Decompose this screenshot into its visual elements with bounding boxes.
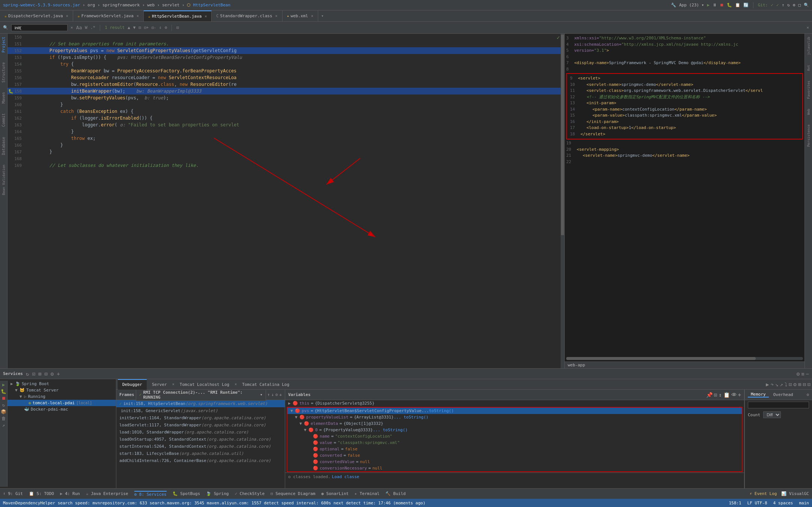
var-element-data[interactable]: ▼ 🔴 elementData = {Object[1]@3332} bbox=[287, 420, 742, 427]
service-undeploy-icon[interactable]: 🗑 bbox=[2, 416, 6, 421]
var-converted-value[interactable]: 🔴 convertedValue = null bbox=[287, 459, 742, 465]
load-classes-link[interactable]: Load classe bbox=[332, 474, 359, 479]
sidebar-right-favorites[interactable]: Favorites bbox=[807, 79, 810, 100]
var-expand-icon[interactable]: ⊡ bbox=[714, 392, 717, 398]
tree-tomcat-server[interactable]: ▼ 🐱 Tomcat Server bbox=[8, 387, 116, 393]
toolbar-run[interactable]: ▶ 4: Run bbox=[60, 491, 80, 496]
tab-close-http[interactable]: × bbox=[205, 14, 207, 18]
debug-settings-icon[interactable]: ⚙ bbox=[793, 381, 796, 387]
tab-close-tomcat-log[interactable]: × bbox=[235, 382, 237, 386]
var-0[interactable]: ▼ 🔴 0 = {PropertyValue@3333} ... toStrin… bbox=[287, 427, 742, 433]
sidebar-right-jclasslib[interactable]: jclasslib bbox=[807, 35, 810, 57]
service-open-icon[interactable]: ↗ bbox=[2, 423, 5, 428]
service-stop-icon[interactable]: ⏹ bbox=[2, 396, 6, 401]
tree-running[interactable]: ▼ ▷ Running bbox=[8, 393, 116, 400]
var-add-icon[interactable]: + bbox=[738, 392, 741, 398]
debug-step-into-icon[interactable]: ↘ bbox=[775, 381, 778, 387]
scrollbar-thumb[interactable] bbox=[561, 34, 564, 235]
var-pin-icon[interactable]: 📌 bbox=[706, 392, 713, 398]
var-this[interactable]: ▶ 🔴 this = {DispatcherServlet@3255} bbox=[285, 400, 744, 406]
sidebar-commit-icon[interactable]: Commit bbox=[2, 112, 6, 128]
frame-up-icon[interactable]: ↑ bbox=[268, 392, 270, 397]
service-settings-icon[interactable]: ⚙ bbox=[797, 371, 800, 377]
tree-docker[interactable]: 🐳 Docker-pdai-mac bbox=[8, 406, 116, 412]
service-config-icon[interactable]: ≡ bbox=[801, 371, 804, 377]
var-tostring-list[interactable]: ... toString() bbox=[394, 415, 429, 420]
search-close[interactable]: × bbox=[806, 25, 809, 30]
toolbar-java-enterprise[interactable]: ☕ Java Enterprise bbox=[86, 491, 128, 496]
tab-standard-wrapper[interactable]: C StandardWrapper.class × bbox=[212, 10, 282, 22]
toolbar-visualgc[interactable]: 📊 VisualGC bbox=[781, 491, 809, 496]
status-position[interactable]: 158:1 bbox=[729, 501, 741, 506]
tab-web-xml[interactable]: ✦ web.xml × bbox=[283, 10, 318, 22]
debug-layout-icon[interactable]: ⊡ bbox=[807, 381, 810, 387]
service-filter-icon[interactable]: ⚙ bbox=[51, 371, 54, 377]
toolbar-terminal[interactable]: ▸ Terminal bbox=[355, 491, 379, 496]
service-run-icon[interactable]: ▶ bbox=[2, 382, 5, 387]
var-tostring-0[interactable]: ... toString() bbox=[373, 428, 408, 432]
debug-resume-icon[interactable]: ▶ bbox=[766, 381, 769, 387]
frame-item-loadonstartup[interactable]: loadOnStartup:4957, StandardContext (org… bbox=[116, 436, 285, 443]
frame-filter-icon[interactable]: ⚙ bbox=[275, 392, 278, 397]
tab-tomcat-localhost[interactable]: Tomcat Localhost Log bbox=[175, 379, 234, 390]
tab-close-xml[interactable]: × bbox=[311, 14, 313, 18]
tab-debugger[interactable]: Debugger bbox=[118, 379, 147, 390]
frame-add-icon[interactable]: + bbox=[279, 392, 282, 397]
tab-tomcat-catalina[interactable]: Tomcat Catalina Log bbox=[238, 379, 294, 390]
tab-framework-servlet[interactable]: ☕ FrameworkServlet.java × bbox=[73, 10, 144, 22]
var-value[interactable]: 🔴 value = "classpath:springmvc.xml" bbox=[287, 440, 742, 446]
var-view-icon[interactable]: 👁 bbox=[731, 392, 737, 398]
sidebar-structure-icon[interactable]: Structure bbox=[2, 61, 6, 84]
tab-close-server[interactable]: × bbox=[172, 382, 174, 386]
service-deploy-icon[interactable]: 📦 bbox=[1, 409, 6, 414]
frame-item-addchild[interactable]: addChildInternal:726, ContainerBase (org… bbox=[116, 457, 285, 464]
tree-spring-boot[interactable]: ▶ 🍃 Spring Boot bbox=[8, 381, 116, 387]
status-encoding[interactable]: LF UTF-8 bbox=[747, 501, 767, 506]
sidebar-bean-validation-icon[interactable]: Bean Validation bbox=[2, 163, 6, 196]
var-optional[interactable]: 🔴 optional = false bbox=[287, 446, 742, 452]
var-converted[interactable]: 🔴 converted = false bbox=[287, 452, 742, 459]
debug-step-out-icon[interactable]: ↗ bbox=[780, 381, 783, 387]
debug-run-to-cursor-icon[interactable]: ⤵ bbox=[785, 381, 787, 387]
sidebar-right-ant[interactable]: Ant bbox=[807, 63, 810, 72]
toolbar-build[interactable]: 🔨 Build bbox=[385, 491, 406, 496]
memory-settings-icon[interactable]: ⚙ bbox=[806, 392, 809, 397]
tab-dispatcher-servlet[interactable]: ☕ DispatcherServlet.java × bbox=[0, 10, 73, 22]
status-indent[interactable]: 4 spaces bbox=[773, 501, 793, 506]
debug-evaluate-icon[interactable]: ⊡ bbox=[789, 381, 792, 387]
xml-scrollbar-thumb[interactable] bbox=[566, 357, 756, 360]
tab-http-servlet-bean[interactable]: ☕ HttpServletBean.java × bbox=[144, 10, 212, 22]
debug-more-icon[interactable]: ⊞ bbox=[798, 381, 801, 387]
var-pvs[interactable]: ▼ 🔴 pvs = {HttpServletBean$ServletConfig… bbox=[287, 408, 742, 414]
var-name[interactable]: 🔴 name = "contextConfigLocation" bbox=[287, 433, 742, 440]
service-collapse-icon[interactable]: ⊡ bbox=[32, 371, 35, 377]
toolbar-todo[interactable]: 📋 5: TODO bbox=[29, 491, 54, 496]
sidebar-right-persistence[interactable]: Persistence bbox=[807, 123, 810, 148]
debug-extra-icon[interactable]: ⊟ bbox=[803, 381, 806, 387]
tab-close-dispatcher[interactable]: × bbox=[66, 14, 68, 18]
frame-down-icon[interactable]: ↓ bbox=[271, 392, 274, 397]
frame-item-loadservlet[interactable]: loadServlet:1117, StandardWrapper (org.a… bbox=[116, 422, 285, 429]
toolbar-spotbugs[interactable]: 🐛 SpotBugs bbox=[173, 491, 200, 496]
sidebar-right-web[interactable]: Web bbox=[807, 107, 810, 116]
frame-item-startinternal[interactable]: startInternal:5264, StandardContext (org… bbox=[116, 443, 285, 450]
service-expand-icon[interactable]: ⊞ bbox=[38, 371, 41, 377]
sidebar-database-icon[interactable]: Database bbox=[2, 135, 6, 156]
service-restart-icon[interactable]: ↻ bbox=[2, 402, 5, 408]
service-minimize-icon[interactable]: − bbox=[806, 371, 809, 377]
overhead-tab[interactable]: Overhead bbox=[770, 392, 796, 397]
search-input[interactable] bbox=[11, 24, 68, 31]
sidebar-maven-icon[interactable]: Maven bbox=[2, 91, 6, 105]
frame-item-initservlet[interactable]: initServlet:1164, StandardWrapper (org.a… bbox=[116, 414, 285, 422]
thread-selector[interactable]: ✓ RMI TCP Connection(2)-... "RMI Runtime… bbox=[136, 390, 266, 401]
status-branch[interactable]: main bbox=[799, 501, 809, 506]
xml-h-scrollbar[interactable] bbox=[566, 357, 803, 360]
debug-step-over-icon[interactable]: ↷ bbox=[771, 381, 774, 387]
frame-item-load[interactable]: load:1010, StandardWrapper (org.apache.c… bbox=[116, 429, 285, 436]
memory-search-input[interactable] bbox=[748, 402, 809, 408]
var-copy-icon[interactable]: 📋 bbox=[723, 392, 730, 398]
toolbar-sonarlint[interactable]: ● SonarLint bbox=[321, 491, 349, 496]
toolbar-spring[interactable]: 🍃 Spring bbox=[206, 491, 229, 496]
var-property-list[interactable]: ▼ 🔴 propertyValueList = {ArrayList@3331}… bbox=[287, 414, 742, 420]
frame-item-start[interactable]: start:183, LifecycleBase (org.apache.cat… bbox=[116, 450, 285, 457]
